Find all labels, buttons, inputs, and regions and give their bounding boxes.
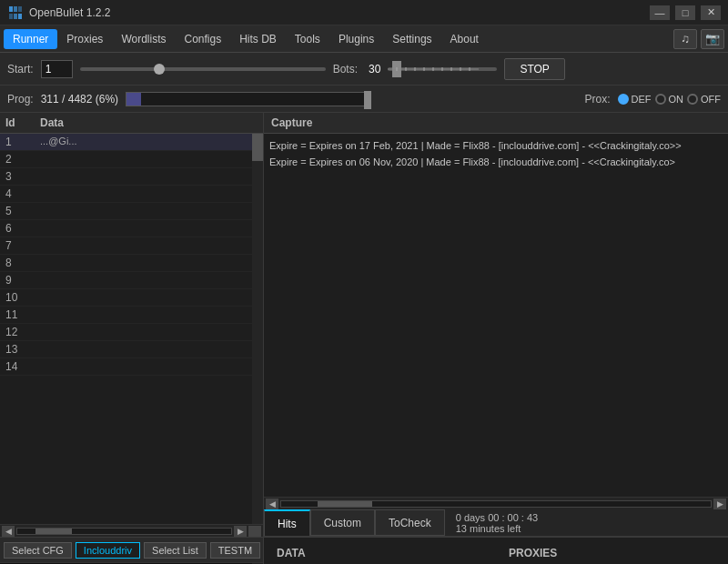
stats-panel: DATA Total: 311 Hits: 2 Custom: 37 Bad: … [264, 538, 728, 564]
radio-off-label: OFF [701, 94, 721, 105]
table-row: 6 [0, 220, 263, 237]
progress-fill [126, 93, 141, 106]
time-display: 0 days 00 : 00 : 43 [456, 512, 717, 523]
maximize-button[interactable]: □ [675, 5, 695, 20]
svg-rect-4 [14, 14, 17, 19]
tabs-row: Hits Custom ToCheck 0 days 00 : 00 : 43 … [264, 509, 728, 537]
title-bar: OpenBullet 1.2.2 — □ ✕ [0, 0, 728, 25]
bots-value: 30 [369, 63, 380, 76]
table-row: 2 [0, 151, 263, 168]
table-scrollbar[interactable] [252, 134, 263, 524]
app-icon [7, 5, 24, 21]
table-row: 9 [0, 272, 263, 289]
tab-info: 0 days 00 : 00 : 43 13 minutes left [445, 509, 728, 536]
menu-item-configs[interactable]: Configs [176, 29, 231, 49]
data-panel: Id Data 1 ...@Gi... 2 3 4 5 6 7 8 9 10 1… [0, 113, 264, 537]
minimize-button[interactable]: — [650, 5, 670, 20]
radio-def-dot [618, 94, 629, 105]
bottom-left-panel: Select CFG Incloud​driv Select List TEST… [0, 538, 264, 564]
svg-rect-2 [18, 6, 22, 12]
close-button[interactable]: ✕ [701, 5, 721, 20]
bottom-section: Select CFG Incloud​driv Select List TEST… [0, 537, 728, 564]
bots-slider[interactable] [388, 67, 497, 71]
capture-header: Capture [264, 113, 728, 134]
radio-on-dot [655, 94, 666, 105]
table-row: 13 [0, 341, 263, 358]
capture-body: Expire = Expires on 17 Feb, 2021 | Made … [264, 134, 728, 497]
tab-hits[interactable]: Hits [264, 509, 310, 536]
bots-label: Bots: [333, 63, 358, 76]
scroll-corner [248, 526, 261, 537]
menu-item-hitsdb[interactable]: Hits DB [230, 29, 286, 49]
radio-off[interactable]: OFF [687, 94, 721, 105]
time-left: 13 minutes left [456, 523, 717, 534]
scroll-right-arrow[interactable]: ▶ [234, 526, 247, 537]
radio-on-label: ON [669, 94, 684, 105]
svg-rect-0 [9, 6, 13, 12]
data-stats-title: DATA [277, 547, 483, 559]
col-id: Id [5, 116, 33, 129]
table-row: 8 [0, 255, 263, 272]
proxy-stats: PROXIES Total: 20000 Alive: 19964 Banned… [496, 538, 728, 564]
menu-item-runner[interactable]: Runner [4, 29, 57, 49]
radio-off-dot [687, 94, 698, 105]
capture-hscroll[interactable]: ◀ ▶ [264, 497, 728, 509]
menu-item-settings[interactable]: Settings [383, 29, 440, 49]
progress-row: Prog: 311 / 4482 (6%) Prox: DEF ON OFF [0, 86, 728, 113]
menu-bar: Runner Proxies Wordlists Configs Hits DB… [0, 25, 728, 53]
table-row: 1 ...@Gi... [0, 134, 263, 151]
table-row: 5 [0, 203, 263, 220]
menu-item-tools[interactable]: Tools [286, 29, 329, 49]
proxy-radio-group: DEF ON OFF [618, 94, 722, 105]
data-table-body: 1 ...@Gi... 2 3 4 5 6 7 8 9 10 11 12 13 … [0, 134, 263, 524]
select-list-button[interactable]: Select List [144, 542, 207, 559]
proxy-stats-title: PROXIES [509, 547, 715, 559]
radio-def[interactable]: DEF [618, 94, 652, 105]
progress-value: 311 / 4482 (6%) [41, 93, 118, 106]
table-row: 10 [0, 289, 263, 307]
progress-label: Prog: [7, 93, 34, 106]
svg-rect-1 [14, 6, 17, 12]
start-label: Start: [7, 63, 34, 76]
scroll-thumb [35, 529, 72, 534]
capture-line: Expire = Expires on 17 Feb, 2021 | Made … [269, 137, 723, 154]
test-mode-button[interactable]: TESTM [210, 542, 260, 559]
table-scrollbar-thumb [252, 134, 263, 161]
stop-button[interactable]: STOP [504, 58, 564, 80]
col-data: Data [40, 116, 258, 129]
capture-line: Expire = Expires on 06 Nov, 2020 | Made … [269, 154, 723, 170]
start-input[interactable] [41, 60, 73, 78]
start-slider[interactable] [80, 67, 326, 71]
camera-icon-button[interactable]: 📷 [701, 29, 724, 49]
capture-panel: Capture Expire = Expires on 17 Feb, 2021… [264, 113, 728, 537]
radio-def-label: DEF [632, 94, 652, 105]
table-hscroll[interactable]: ◀ ▶ [0, 524, 263, 537]
tab-custom[interactable]: Custom [310, 509, 375, 536]
progress-bar [126, 92, 371, 106]
capture-scroll-track[interactable] [280, 500, 712, 508]
menu-item-about[interactable]: About [441, 29, 488, 49]
table-row: 12 [0, 324, 263, 341]
app-title: OpenBullet 1.2.2 [29, 6, 650, 19]
table-row: 4 [0, 186, 263, 203]
scroll-track[interactable] [16, 528, 232, 535]
menu-item-wordlists[interactable]: Wordlists [112, 29, 175, 49]
capture-scroll-left[interactable]: ◀ [266, 499, 278, 509]
prox-label: Prox: [584, 93, 610, 106]
table-row: 3 [0, 168, 263, 186]
select-cfg-button[interactable]: Select CFG [4, 542, 72, 559]
capture-scroll-right[interactable]: ▶ [713, 499, 726, 509]
active-config-button[interactable]: Incloud​driv [76, 542, 140, 559]
tab-tocheck[interactable]: ToCheck [375, 509, 445, 536]
music-icon-button[interactable]: ♫ [673, 29, 697, 49]
menu-item-proxies[interactable]: Proxies [57, 29, 112, 49]
table-header: Id Data [0, 113, 263, 134]
menu-item-plugins[interactable]: Plugins [329, 29, 383, 49]
main-content: Id Data 1 ...@Gi... 2 3 4 5 6 7 8 9 10 1… [0, 113, 728, 537]
radio-on[interactable]: ON [655, 94, 684, 105]
scroll-left-arrow[interactable]: ◀ [2, 526, 15, 537]
table-row: 11 [0, 307, 263, 324]
cell-data: ...@Gi... [40, 136, 258, 148]
table-row: 14 [0, 358, 263, 376]
svg-rect-3 [9, 14, 13, 19]
